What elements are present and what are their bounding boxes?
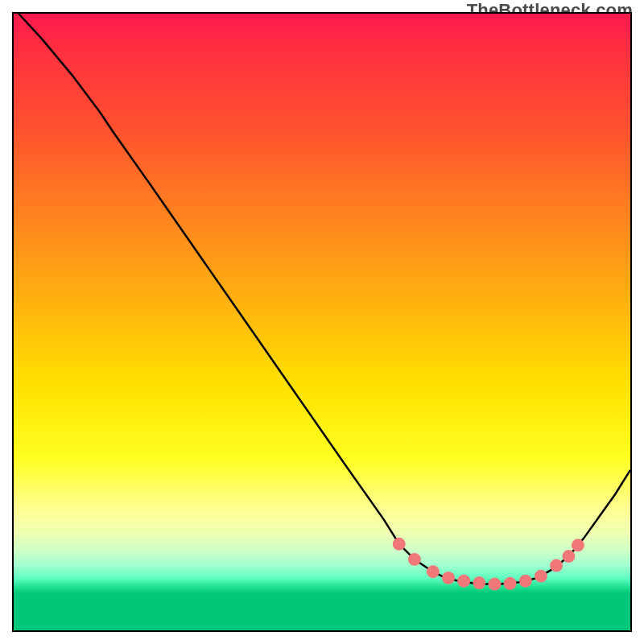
data-point <box>457 575 470 588</box>
data-point <box>562 550 575 563</box>
data-point <box>408 553 421 566</box>
chart-container: TheBottleneck.com <box>0 0 644 644</box>
data-point <box>519 575 532 588</box>
data-point <box>572 539 584 551</box>
data-point <box>427 565 440 578</box>
data-point <box>442 572 455 584</box>
plot-area <box>12 12 632 632</box>
chart-svg <box>14 14 630 630</box>
data-point <box>489 578 502 591</box>
data-point <box>393 538 406 551</box>
data-point <box>473 576 485 589</box>
data-point <box>504 577 517 590</box>
data-point <box>535 570 547 583</box>
data-point <box>550 559 563 572</box>
curve-path <box>19 14 630 584</box>
